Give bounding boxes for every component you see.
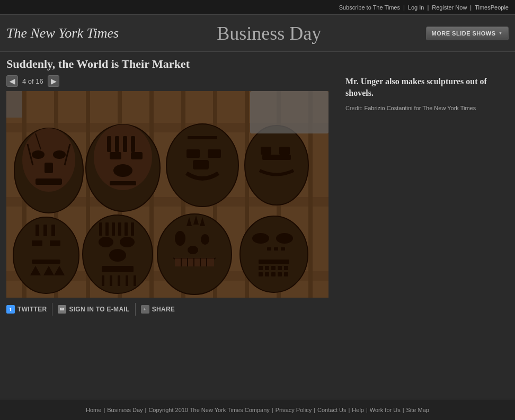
next-slide-button[interactable]: ▶ [48,75,59,87]
svg-point-25 [94,124,152,190]
footer-help[interactable]: Help [352,407,364,413]
slide-image [6,91,328,298]
svg-rect-26 [107,136,111,152]
svg-rect-27 [115,136,119,152]
svg-rect-97 [278,272,282,276]
email-share[interactable]: ✉ SIGN IN TO E-MAIL [58,303,135,316]
svg-point-83 [252,233,269,244]
svg-rect-65 [110,275,112,286]
main-content: Suddenly, the World is Their Market ◀ 4 … [0,52,515,321]
svg-rect-67 [126,275,128,286]
svg-point-60 [99,237,113,247]
top-bar: Subscribe to The Times | Log In | Regist… [0,0,515,15]
sep1: | [403,4,405,11]
svg-rect-35 [187,149,200,158]
chevron-down-icon: ▼ [499,31,503,35]
share-icon: + [141,305,149,314]
svg-rect-55 [105,222,109,236]
svg-rect-90 [265,266,269,270]
svg-rect-92 [278,266,282,270]
left-panel: Suddenly, the World is Their Market ◀ 4 … [6,57,335,316]
header: The New York Times Business Day MORE SLI… [0,15,515,52]
svg-rect-56 [112,222,115,236]
twitter-share[interactable]: t TWITTER [6,303,52,316]
footer: Home | Business Day | Copyright 2010 The… [0,399,515,420]
right-panel: Mr. Unger also makes sculptures out of s… [335,57,509,316]
sep2: | [427,4,429,11]
footer-sitemap[interactable]: Site Map [406,407,429,413]
svg-rect-20 [35,178,62,185]
svg-rect-94 [259,272,263,276]
svg-rect-66 [118,275,120,286]
slide-image-svg [6,91,328,298]
svg-rect-100 [6,91,22,118]
svg-point-81 [188,246,198,254]
svg-rect-29 [131,136,135,152]
prev-slide-button[interactable]: ◀ [6,75,18,87]
svg-rect-95 [265,272,269,276]
svg-rect-44 [32,240,42,246]
footer-business-day[interactable]: Business Day [107,407,143,413]
twitter-icon: t [6,305,15,314]
svg-rect-19 [45,163,53,173]
svg-point-84 [276,233,293,244]
svg-rect-31 [131,152,143,159]
svg-rect-42 [262,155,291,160]
svg-rect-64 [102,275,104,286]
svg-rect-57 [118,222,121,236]
svg-rect-93 [284,266,288,270]
slideshow-nav: ◀ 4 of 16 ▶ [6,75,335,87]
email-icon: ✉ [58,305,66,314]
caption-title: Mr. Unger also makes sculptures out of s… [345,76,509,100]
nyt-logo: The New York Times [6,25,112,41]
svg-rect-30 [110,152,121,159]
footer-copyright[interactable]: Copyright 2010 The New York Times Compan… [148,407,269,413]
svg-rect-68 [134,275,136,286]
svg-rect-40 [261,147,271,155]
svg-point-82 [240,216,308,292]
share-button[interactable]: + SHARE [141,303,181,316]
footer-privacy[interactable]: Privacy Policy [276,407,312,413]
slide-counter: 4 of 16 [22,77,43,85]
article-title: Suddenly, the World is Their Market [6,57,335,71]
svg-rect-98 [284,272,288,276]
svg-rect-54 [99,222,102,236]
svg-rect-58 [125,222,128,236]
more-slideshows-button[interactable]: MORE SLIDE SHOWS ▼ [426,26,509,40]
svg-rect-46 [35,225,39,236]
svg-point-71 [201,234,209,245]
svg-rect-88 [259,260,289,264]
svg-point-61 [120,237,135,247]
svg-rect-87 [281,247,285,251]
svg-point-32 [113,164,132,177]
svg-rect-52 [32,260,60,264]
footer-home[interactable]: Home [86,407,101,413]
svg-point-70 [175,231,185,246]
footer-work[interactable]: Work for Us [370,407,401,413]
svg-rect-63 [102,266,134,272]
credit-label: Credit: [345,105,362,111]
svg-rect-38 [188,136,217,139]
svg-point-18 [53,150,66,159]
svg-point-62 [109,249,126,262]
svg-rect-85 [267,247,271,251]
credit-link[interactable]: Fabrizio Costantini for The New York Tim… [364,105,476,111]
svg-rect-41 [279,147,290,155]
svg-rect-48 [51,225,55,236]
svg-rect-45 [50,240,60,246]
svg-rect-28 [123,136,127,152]
svg-rect-59 [131,222,134,236]
social-bar: t TWITTER ✉ SIGN IN TO E-MAIL + SHARE [6,303,335,316]
svg-rect-86 [274,247,278,251]
svg-rect-47 [43,225,47,236]
timespeople-link[interactable]: TimesPeople [475,4,509,11]
section-title: Business Day [112,22,426,44]
footer-contact[interactable]: Contact Us [317,407,346,413]
subscribe-link[interactable]: Subscribe to The Times [339,4,400,11]
svg-point-17 [32,150,45,159]
register-link[interactable]: Register Now [432,4,467,11]
svg-rect-91 [271,266,276,270]
login-link[interactable]: Log In [408,4,424,11]
credit-text: Credit: Fabrizio Costantini for The New … [345,105,509,111]
svg-rect-33 [110,181,136,185]
